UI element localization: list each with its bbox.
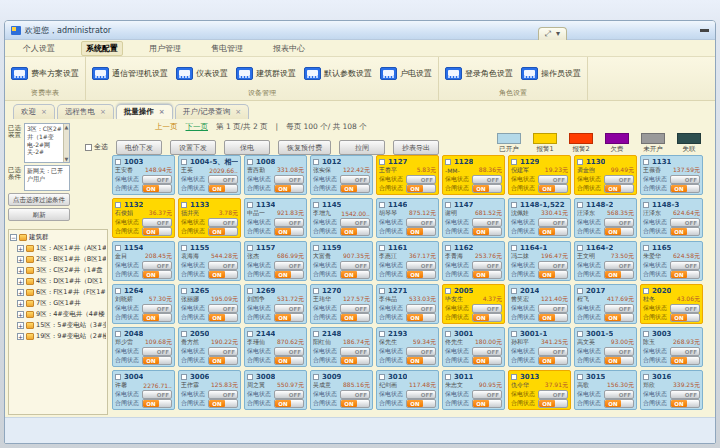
selected-device-box[interactable]: 3区：C区2#井（1#变电-2#网关-2# ▲▼ xyxy=(24,123,70,163)
switch-status-toggle[interactable]: ON xyxy=(208,227,238,236)
switch-status-toggle[interactable]: ON xyxy=(670,270,700,279)
room-checkbox[interactable] xyxy=(511,331,517,337)
tree-root[interactable]: −建筑群 xyxy=(10,232,106,243)
room-checkbox[interactable] xyxy=(247,288,253,294)
tree-item[interactable]: +7区：G区1#井 xyxy=(10,298,106,309)
menu-tab-系统配置[interactable]: 系统配置 xyxy=(81,41,123,56)
supply-status-toggle[interactable] xyxy=(274,304,304,313)
restore-icon[interactable]: ⤢ xyxy=(545,30,551,38)
supply-status-toggle[interactable] xyxy=(208,347,238,356)
room-checkbox[interactable] xyxy=(181,288,187,294)
doc-tab-开户/记录查询[interactable]: 开户/记录查询× xyxy=(175,104,249,119)
supply-status-toggle[interactable] xyxy=(208,261,238,270)
room-checkbox[interactable] xyxy=(313,288,319,294)
room-checkbox[interactable] xyxy=(577,159,583,165)
supply-status-toggle[interactable] xyxy=(406,175,436,184)
supply-status-toggle[interactable] xyxy=(208,390,238,399)
supply-status-toggle[interactable] xyxy=(604,347,634,356)
supply-status-toggle[interactable] xyxy=(274,347,304,356)
switch-status-toggle[interactable]: ON xyxy=(142,227,172,236)
switch-status-toggle[interactable]: ON xyxy=(406,313,436,322)
supply-status-toggle[interactable] xyxy=(142,347,172,356)
minimize-icon[interactable] xyxy=(700,29,709,32)
switch-status-toggle[interactable]: ON xyxy=(340,184,370,193)
supply-status-toggle[interactable] xyxy=(406,390,436,399)
switch-status-toggle[interactable]: ON xyxy=(406,356,436,365)
supply-status-toggle[interactable] xyxy=(208,218,238,227)
switch-status-toggle[interactable]: ON xyxy=(604,356,634,365)
switch-status-toggle[interactable]: ON xyxy=(604,184,634,193)
chevron-down-icon[interactable]: ▾ xyxy=(556,30,560,38)
room-checkbox[interactable] xyxy=(445,374,451,380)
switch-status-toggle[interactable]: ON xyxy=(472,313,502,322)
toolbar-button-恢复预付费[interactable]: 恢复预付费 xyxy=(278,140,331,155)
switch-status-toggle[interactable]: ON xyxy=(208,313,238,322)
supply-status-toggle[interactable] xyxy=(670,304,700,313)
room-checkbox[interactable] xyxy=(643,202,649,208)
room-checkbox[interactable] xyxy=(577,331,583,337)
room-checkbox[interactable] xyxy=(379,159,385,165)
room-checkbox[interactable] xyxy=(577,245,583,251)
supply-status-toggle[interactable] xyxy=(406,347,436,356)
switch-status-toggle[interactable]: ON xyxy=(406,184,436,193)
room-checkbox[interactable] xyxy=(643,374,649,380)
scroll-up-icon[interactable]: ▲ xyxy=(65,124,69,131)
supply-status-toggle[interactable] xyxy=(340,261,370,270)
switch-status-toggle[interactable]: ON xyxy=(208,356,238,365)
room-checkbox[interactable] xyxy=(511,288,517,294)
room-checkbox[interactable] xyxy=(445,331,451,337)
room-checkbox[interactable] xyxy=(181,202,187,208)
supply-status-toggle[interactable] xyxy=(340,347,370,356)
room-checkbox[interactable] xyxy=(643,245,649,251)
room-checkbox[interactable] xyxy=(313,374,319,380)
supply-status-toggle[interactable] xyxy=(604,175,634,184)
room-checkbox[interactable] xyxy=(511,202,517,208)
switch-status-toggle[interactable]: ON xyxy=(406,270,436,279)
room-checkbox[interactable] xyxy=(247,331,253,337)
room-checkbox[interactable] xyxy=(445,159,451,165)
switch-status-toggle[interactable]: ON xyxy=(274,399,304,408)
room-checkbox[interactable] xyxy=(247,159,253,165)
switch-status-toggle[interactable]: ON xyxy=(604,313,634,322)
room-checkbox[interactable] xyxy=(577,288,583,294)
supply-status-toggle[interactable] xyxy=(472,218,502,227)
switch-status-toggle[interactable]: ON xyxy=(274,356,304,365)
toolbar-button-设置下发[interactable]: 设置下发 xyxy=(170,140,216,155)
supply-status-toggle[interactable] xyxy=(340,390,370,399)
expand-icon[interactable]: + xyxy=(17,333,24,340)
menu-tab-用户管理[interactable]: 用户管理 xyxy=(145,42,185,55)
room-checkbox[interactable] xyxy=(115,374,121,380)
switch-status-toggle[interactable]: ON xyxy=(274,184,304,193)
switch-status-toggle[interactable]: ON xyxy=(142,356,172,365)
ribbon-button-仪表设置[interactable]: 仪表设置 xyxy=(176,67,228,80)
switch-status-toggle[interactable]: ON xyxy=(274,227,304,236)
supply-status-toggle[interactable] xyxy=(538,218,568,227)
room-checkbox[interactable] xyxy=(379,202,385,208)
supply-status-toggle[interactable] xyxy=(340,304,370,313)
room-checkbox[interactable] xyxy=(643,159,649,165)
supply-status-toggle[interactable] xyxy=(538,261,568,270)
switch-status-toggle[interactable]: ON xyxy=(472,356,502,365)
switch-status-toggle[interactable]: ON xyxy=(208,399,238,408)
supply-status-toggle[interactable] xyxy=(274,218,304,227)
switch-status-toggle[interactable]: ON xyxy=(472,184,502,193)
room-checkbox[interactable] xyxy=(115,245,121,251)
room-checkbox[interactable] xyxy=(181,331,187,337)
close-icon[interactable]: × xyxy=(235,108,241,116)
room-checkbox[interactable] xyxy=(511,245,517,251)
supply-status-toggle[interactable] xyxy=(472,347,502,356)
switch-status-toggle[interactable]: ON xyxy=(142,184,172,193)
switch-status-toggle[interactable]: ON xyxy=(340,270,370,279)
room-checkbox[interactable] xyxy=(379,288,385,294)
ribbon-button-通信管理机设置[interactable]: 通信管理机设置 xyxy=(92,67,168,80)
switch-status-toggle[interactable]: ON xyxy=(142,399,172,408)
room-checkbox[interactable] xyxy=(577,202,583,208)
room-checkbox[interactable] xyxy=(247,245,253,251)
room-checkbox[interactable] xyxy=(445,202,451,208)
supply-status-toggle[interactable] xyxy=(142,390,172,399)
tree-item[interactable]: +1区：A区1#井（A区1# xyxy=(10,243,106,254)
supply-status-toggle[interactable] xyxy=(670,175,700,184)
switch-status-toggle[interactable]: ON xyxy=(670,227,700,236)
close-icon[interactable]: × xyxy=(159,108,165,116)
tree-item[interactable]: +15区：5#变电站（3#变 xyxy=(10,320,106,331)
